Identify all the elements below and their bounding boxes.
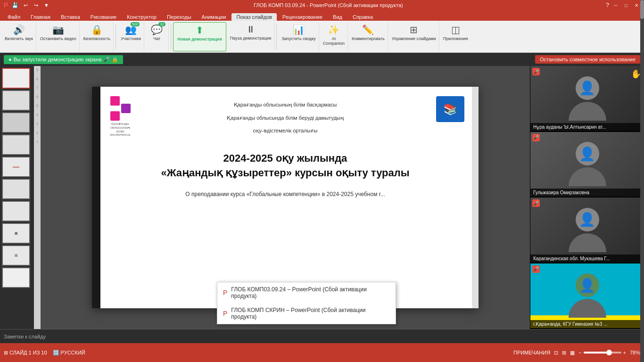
slide-subtitle: О преподавании курса «Глобальные компете… [185,190,385,198]
slide-thumb-inner-4 [3,135,29,154]
zoom-minus-button[interactable]: − [578,350,581,355]
powerpoint-logo-icon: P [4,1,8,9]
tool-new-demo[interactable]: ⬆ Новая демонстрация [173,22,226,51]
mic-muted-icon-2: 🎤 [532,134,540,141]
notification-bar: ● Вы запустили демонстрацию экрана 🎤 🔒 О… [0,53,644,66]
slide-thumb-4[interactable]: 4 [2,134,30,155]
restore-button[interactable]: □ [622,1,630,9]
video-name-3: Карагандинская обл. Мукашева Г... [530,255,644,263]
slide-logo-area: ҚАРАҒАНДЫ ОБЛЫСЫНЫҢ БІЛІМ БАСҚАРМАСЫ Қар… [92,87,479,137]
comment-label: Комментировать [352,36,385,41]
logo-square-pink-bottom [110,111,120,121]
slide-thumb-6[interactable]: 6 [2,179,30,199]
context-menu: P ГЛОБ КОМП03.09.24 – PowerPoint (Сбой а… [217,282,396,324]
view-normal-icon[interactable]: ⊡ [554,350,558,356]
slide-thumb-inner-10 [3,268,29,287]
tool-stop-video[interactable]: 📷 Остановить видео [37,22,80,51]
title-bar-left: P 💾 ↩ ↪ ▼ [4,1,50,9]
video-item-3: 👤 🎤 Карагандинская обл. Мукашева Г... [530,197,644,263]
tab-animations[interactable]: Анимации [197,13,231,21]
tool-comment[interactable]: ✏️ Комментировать [349,22,388,51]
ctx-ppt-icon-1: P [223,289,227,296]
tool-participants[interactable]: 👥500 Участники [118,22,144,51]
tab-insert[interactable]: Вставка [56,13,85,21]
video-person-3: 👤 [530,197,644,263]
video-item-1: 👤 ✋ 🎤 Нұра ауданы 'Ы.Алтынсарин ат... [530,66,644,132]
lock-icon: 🔒 [112,57,118,63]
slide-ruler-right [472,87,479,308]
divider-3 [276,24,277,49]
ribbon: Файл Главная Вставка Рисование Конструкт… [0,10,644,53]
slide-thumb-9[interactable]: 9 ▤ [2,245,30,266]
tool-slide-manage[interactable]: ⊞ Управление слайдами [389,22,439,51]
person-avatar-3: 👤 [576,208,599,231]
notes-status-label[interactable]: ПРИМЕЧАНИЯ [513,350,550,355]
tool-security[interactable]: 🔒 Безопасность [81,22,114,51]
undo-quick-btn[interactable]: ↩ [21,1,30,9]
demo-notification-text: Вы запустили демонстрацию экрана [14,57,102,62]
apps-icon: ◫ [451,24,460,35]
security-icon: 🔒 [91,24,103,35]
org-emblem: 📚 [436,96,464,122]
ctx-item-2[interactable]: P ГЛОБ КОМП СКРИН – PowerPoint (Сбой акт… [217,303,396,324]
video-scroll-thumb[interactable] [640,0,644,19]
zoom-plus-button[interactable]: + [623,350,626,355]
tab-help[interactable]: Справка [348,13,378,21]
tab-file[interactable]: Файл [3,13,25,21]
tool-ai-companion[interactable]: ✨ AICompanion [320,22,348,51]
ai-companion-icon: ✨ [328,24,339,35]
minimize-button[interactable]: ─ [612,1,619,9]
tool-pause-demo[interactable]: ⏸ Пауза демонстрации [227,22,275,51]
zoom-bar[interactable] [584,352,621,354]
video-item-4: 👤 🎤 г.Қарағанда, КГУ Гимназия №3 ... [530,263,644,329]
slide-thumb-1[interactable]: 1 [2,68,30,89]
participants-icon: 👥500 [125,24,137,35]
tool-sound[interactable]: 🔊 Включить звук [2,22,36,51]
tool-chat[interactable]: 💬32 Чат [145,22,169,51]
tool-apps[interactable]: ◫ Приложения [440,22,471,51]
zoom-control: − + 78% [578,350,640,355]
slide-thumb-10[interactable]: 10 [2,267,30,288]
slide-thumb-3[interactable]: 3 [2,112,30,133]
video-name-4: г.Қарағанда, КГУ Гимназия №3 ... [530,320,644,328]
help-icon[interactable]: ? [606,2,609,8]
view-slide-icon[interactable]: ⊞ [562,350,566,356]
divider-1 [116,24,116,49]
mic-icon: 🎤 [103,57,110,63]
tab-view[interactable]: Вид [328,13,347,21]
lang-indicator[interactable]: 🔡 РУССКИЙ [53,350,85,356]
tab-review[interactable]: Рецензирование [278,13,327,21]
customize-quick-btn[interactable]: ▼ [42,1,50,9]
ctx-item-1[interactable]: P ГЛОБ КОМП03.09.24 – PowerPoint (Сбой а… [217,282,396,303]
mic-muted-icon-4: 🎤 [532,265,540,273]
tab-slideshow[interactable]: Показ слайдов [231,13,277,21]
slide-thumb-7[interactable]: 7 [2,201,30,222]
video-person-1: 👤 [530,66,644,131]
logo-squares [110,96,131,121]
slide-header-block: Қарағанды облысының білім басқармасы Қар… [134,96,436,135]
close-button[interactable]: ✕ [633,1,640,9]
tab-design[interactable]: Конструктор [122,13,161,21]
save-quick-btn[interactable]: 💾 [11,1,19,9]
lang-text: РУССКИЙ [61,350,85,355]
zoom-thumb[interactable] [606,350,612,355]
slide-thumb-8[interactable]: 8 ▦ [2,223,30,244]
slide-thumb-2[interactable]: 2 [2,90,30,111]
slide-org-line2: Қарағанды облысында білім беруді дамытуд… [139,114,431,123]
tool-summary[interactable]: 📊 Запустить сводку [279,22,319,51]
slide-thumb-inner-8: ▦ [3,224,29,243]
person-body-3 [569,233,606,252]
stop-sharing-button[interactable]: Остановить совместное использование [535,55,640,64]
slide-icon: ⊞ [4,350,8,356]
tab-draw[interactable]: Рисование [86,13,121,21]
slide-thumb-5[interactable]: 5 ══ [2,156,30,177]
video-item-2: 👤 🎤 Гульжазира Омирзаковна [530,132,644,198]
redo-quick-btn[interactable]: ↪ [32,1,40,9]
tab-home[interactable]: Главная [26,13,55,21]
ctx-item-text-1: ГЛОБ КОМП03.09.24 – PowerPoint (Сбой акт… [231,286,390,299]
view-reading-icon[interactable]: ▦ [570,350,575,356]
video-scrollbar[interactable] [640,0,644,362]
tab-transitions[interactable]: Переходы [162,13,196,21]
mic-muted-icon-1: 🎤 [532,68,540,75]
slide-thumb-inner-3 [3,113,29,132]
